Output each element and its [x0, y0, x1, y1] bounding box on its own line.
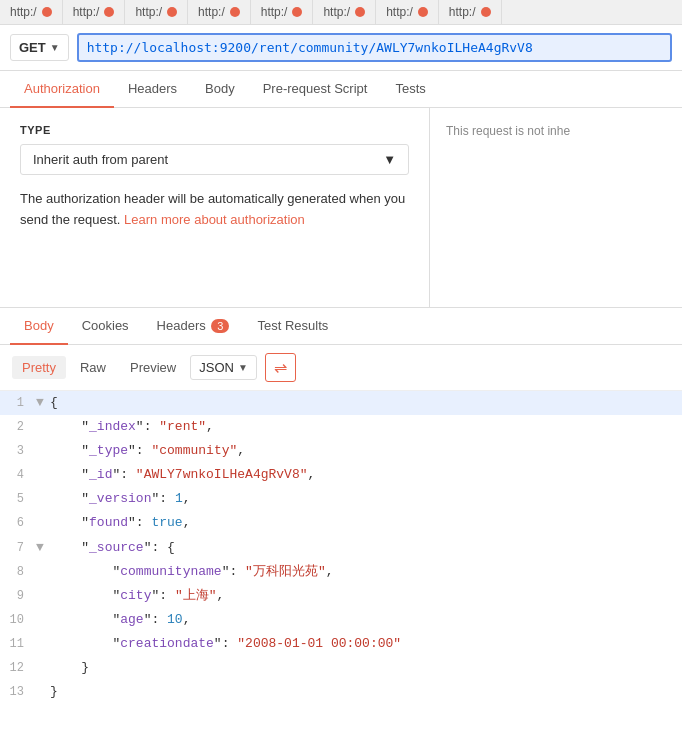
line-number: 3 — [0, 441, 36, 461]
format-chevron-icon: ▼ — [238, 362, 248, 373]
json-line: 1 ▼ { — [0, 391, 682, 415]
json-content: } — [50, 657, 89, 679]
tab-tests[interactable]: Tests — [381, 71, 439, 108]
line-number: 8 — [0, 562, 36, 582]
json-line: 8 "communityname": "万科阳光苑", — [0, 560, 682, 584]
method-chevron-icon: ▼ — [50, 42, 60, 53]
format-bar: Pretty Raw Preview JSON ▼ ⇌ — [0, 345, 682, 391]
headers-badge: 3 — [211, 319, 229, 333]
line-number: 10 — [0, 610, 36, 630]
json-line: 13 } — [0, 680, 682, 704]
tab-dot-icon — [42, 7, 52, 17]
method-label: GET — [19, 40, 46, 55]
browser-tab[interactable]: http:/ — [376, 0, 439, 24]
browser-tab[interactable]: http:/ — [251, 0, 314, 24]
json-line: 2 "_index": "rent", — [0, 415, 682, 439]
learn-more-link[interactable]: Learn more about authorization — [124, 212, 305, 227]
line-toggle[interactable]: ▼ — [36, 537, 50, 559]
browser-tab-label: http:/ — [73, 5, 100, 19]
json-content: "_source": { — [50, 537, 175, 559]
line-number: 11 — [0, 634, 36, 654]
tab-pre-request-script[interactable]: Pre-request Script — [249, 71, 382, 108]
tab-dot-icon — [355, 7, 365, 17]
url-input[interactable] — [77, 33, 672, 62]
line-number: 7 — [0, 538, 36, 558]
json-content: "communityname": "万科阳光苑", — [50, 561, 334, 583]
line-number: 5 — [0, 489, 36, 509]
auth-panel: TYPE Inherit auth from parent ▼ The auth… — [0, 108, 682, 308]
tab-body-response[interactable]: Body — [10, 308, 68, 345]
wrap-button[interactable]: ⇌ — [265, 353, 296, 382]
format-value: JSON — [199, 360, 234, 375]
browser-tab[interactable]: http:/ — [0, 0, 63, 24]
raw-button[interactable]: Raw — [70, 356, 116, 379]
json-content: "found": true, — [50, 512, 191, 534]
json-line: 10 "age": 10, — [0, 608, 682, 632]
auth-type-chevron-icon: ▼ — [383, 152, 396, 167]
json-content: { — [50, 392, 58, 414]
json-line: 12 } — [0, 656, 682, 680]
json-line: 9 "city": "上海", — [0, 584, 682, 608]
tab-dot-icon — [481, 7, 491, 17]
line-toggle[interactable]: ▼ — [36, 392, 50, 414]
browser-tab-label: http:/ — [135, 5, 162, 19]
tab-test-results[interactable]: Test Results — [243, 308, 342, 345]
wrap-icon: ⇌ — [274, 358, 287, 377]
json-content: "creationdate": "2008-01-01 00:00:00" — [50, 633, 401, 655]
json-line: 6 "found": true, — [0, 511, 682, 535]
line-number: 2 — [0, 417, 36, 437]
line-number: 12 — [0, 658, 36, 678]
line-number: 9 — [0, 586, 36, 606]
auth-type-select[interactable]: Inherit auth from parent ▼ — [20, 144, 409, 175]
browser-tab-label: http:/ — [261, 5, 288, 19]
browser-tab-label: http:/ — [10, 5, 37, 19]
json-content: "age": 10, — [50, 609, 190, 631]
type-label: TYPE — [20, 124, 409, 136]
json-content: "_version": 1, — [50, 488, 191, 510]
line-number: 6 — [0, 513, 36, 533]
line-number: 1 — [0, 393, 36, 413]
json-content: "_id": "AWLY7wnkoILHeA4gRvV8", — [50, 464, 315, 486]
tab-dot-icon — [167, 7, 177, 17]
line-number: 13 — [0, 682, 36, 702]
auth-type-value: Inherit auth from parent — [33, 152, 168, 167]
tab-dot-icon — [418, 7, 428, 17]
auth-right-text: This request is not inhe — [446, 124, 570, 138]
json-line: 11 "creationdate": "2008-01-01 00:00:00" — [0, 632, 682, 656]
tab-headers-response[interactable]: Headers 3 — [143, 308, 244, 345]
browser-tab-label: http:/ — [323, 5, 350, 19]
json-content: "_type": "community", — [50, 440, 245, 462]
browser-tab-label: http:/ — [449, 5, 476, 19]
auth-left: TYPE Inherit auth from parent ▼ The auth… — [0, 108, 430, 307]
tab-dot-icon — [230, 7, 240, 17]
auth-right: This request is not inhe — [430, 108, 682, 307]
browser-tab-label: http:/ — [386, 5, 413, 19]
json-line: 5 "_version": 1, — [0, 487, 682, 511]
tab-body[interactable]: Body — [191, 71, 249, 108]
preview-button[interactable]: Preview — [120, 356, 186, 379]
url-bar-area: GET ▼ — [0, 25, 682, 71]
browser-tabs-bar: http:/http:/http:/http:/http:/http:/http… — [0, 0, 682, 25]
tab-dot-icon — [292, 7, 302, 17]
browser-tab[interactable]: http:/ — [313, 0, 376, 24]
browser-tab[interactable]: http:/ — [63, 0, 126, 24]
json-line: 3 "_type": "community", — [0, 439, 682, 463]
pretty-button[interactable]: Pretty — [12, 356, 66, 379]
json-content: } — [50, 681, 58, 703]
browser-tab[interactable]: http:/ — [439, 0, 502, 24]
method-select[interactable]: GET ▼ — [10, 34, 69, 61]
json-line: 4 "_id": "AWLY7wnkoILHeA4gRvV8", — [0, 463, 682, 487]
tab-dot-icon — [104, 7, 114, 17]
tab-authorization[interactable]: Authorization — [10, 71, 114, 108]
browser-tab[interactable]: http:/ — [188, 0, 251, 24]
browser-tab-label: http:/ — [198, 5, 225, 19]
tab-headers[interactable]: Headers — [114, 71, 191, 108]
json-viewer: 1 ▼ { 2 "_index": "rent", 3 "_type": "co… — [0, 391, 682, 704]
response-tabs: Body Cookies Headers 3 Test Results — [0, 308, 682, 345]
json-content: "city": "上海", — [50, 585, 224, 607]
tab-cookies[interactable]: Cookies — [68, 308, 143, 345]
format-select[interactable]: JSON ▼ — [190, 355, 257, 380]
request-tabs: Authorization Headers Body Pre-request S… — [0, 71, 682, 108]
browser-tab[interactable]: http:/ — [125, 0, 188, 24]
auth-description: The authorization header will be automat… — [20, 189, 409, 231]
